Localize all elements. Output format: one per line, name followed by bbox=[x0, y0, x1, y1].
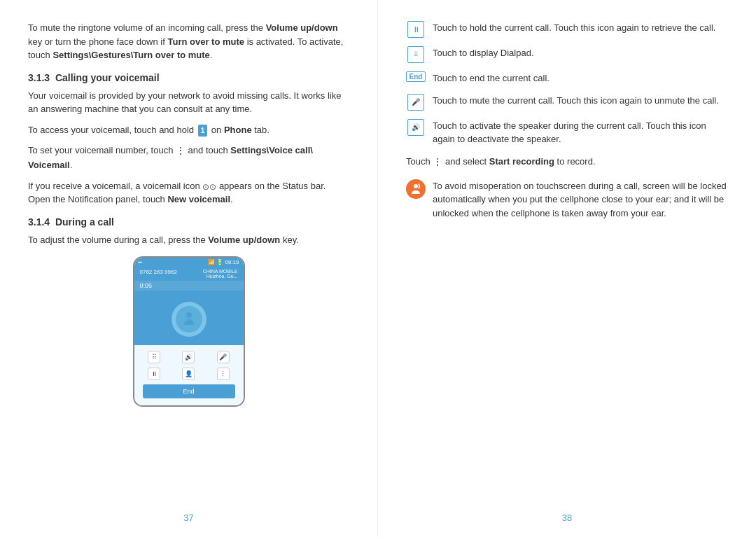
speaker-desc: Touch to activate the speaker during the… bbox=[433, 119, 728, 146]
icon-row-mute: 🎤 Touch to mute the current call. Touch … bbox=[406, 94, 728, 111]
dialpad-icon: ⠿ bbox=[407, 46, 424, 63]
section-313-para1: Your voicemail is provided by your netwo… bbox=[28, 89, 349, 116]
intro-paragraph: To mute the ringtone volume of an incomi… bbox=[28, 21, 349, 62]
phone-call-bar: 0762 263 9962 CHINA MOBILEHuizhou, Gu... bbox=[134, 267, 244, 281]
icon-row-end: End Touch to end the current call. bbox=[406, 71, 728, 85]
recording-paragraph: Touch ⋮ and select Start recording to re… bbox=[406, 155, 728, 169]
phone-controls: ⠿ 🔊 🎤 ⏸ 👤 bbox=[134, 345, 244, 405]
mute-icon: 🎤 bbox=[407, 94, 424, 111]
page-number-left: 37 bbox=[183, 512, 193, 523]
hold-desc: Touch to hold the current call. Touch th… bbox=[433, 21, 728, 35]
phone-end-button: End bbox=[143, 384, 235, 398]
phone-avatar bbox=[172, 302, 206, 337]
proximity-icon bbox=[406, 179, 426, 199]
voicemail-icon-inline: 1 bbox=[198, 125, 208, 137]
icon-row-hold: ⏸ Touch to hold the current call. Touch … bbox=[406, 21, 728, 38]
icon-row-speaker: 🔊 Touch to activate the speaker during t… bbox=[406, 119, 728, 146]
end-desc: Touch to end the current call. bbox=[433, 71, 728, 85]
left-page: To mute the ringtone volume of an incomi… bbox=[0, 0, 378, 537]
section-314-heading: 3.1.4 During a call bbox=[28, 216, 349, 228]
section-313-heading: 3.1.3 Calling your voicemail bbox=[28, 72, 349, 83]
hold-icon: ⏸ bbox=[407, 21, 424, 38]
end-icon: End bbox=[406, 71, 426, 82]
right-page: ⏸ Touch to hold the current call. Touch … bbox=[378, 0, 756, 537]
phone-status-bar: ▪▪ 📶 🔋 08:19 bbox=[134, 258, 244, 267]
phone-screenshot: ▪▪ 📶 🔋 08:19 0762 263 9962 CHINA MOBILEH… bbox=[28, 256, 349, 407]
page-number-right: 38 bbox=[562, 512, 572, 523]
section-313-para4: If you receive a voicemail, a voicemail … bbox=[28, 179, 349, 207]
icon-row-dialpad: ⠿ Touch to display Dialpad. bbox=[406, 46, 728, 63]
proximity-desc: To avoid misoperation on touchscreen dur… bbox=[433, 179, 728, 221]
phone-mockup: ▪▪ 📶 🔋 08:19 0762 263 9962 CHINA MOBILEH… bbox=[133, 256, 245, 407]
icon-row-proximity: To avoid misoperation on touchscreen dur… bbox=[406, 179, 728, 221]
svg-point-0 bbox=[414, 184, 418, 188]
section-313-para2: To access your voicemail, touch and hold… bbox=[28, 123, 349, 137]
section-314-para1: To adjust the volume during a call, pres… bbox=[28, 233, 349, 247]
section-313-para3: To set your voicemail number, touch ⋮ an… bbox=[28, 144, 349, 172]
mute-desc: Touch to mute the current call. Touch th… bbox=[433, 94, 728, 108]
phone-timer: 0:05 bbox=[134, 281, 244, 291]
phone-avatar-area bbox=[134, 291, 244, 345]
speaker-icon: 🔊 bbox=[407, 119, 424, 136]
dialpad-desc: Touch to display Dialpad. bbox=[433, 46, 728, 60]
